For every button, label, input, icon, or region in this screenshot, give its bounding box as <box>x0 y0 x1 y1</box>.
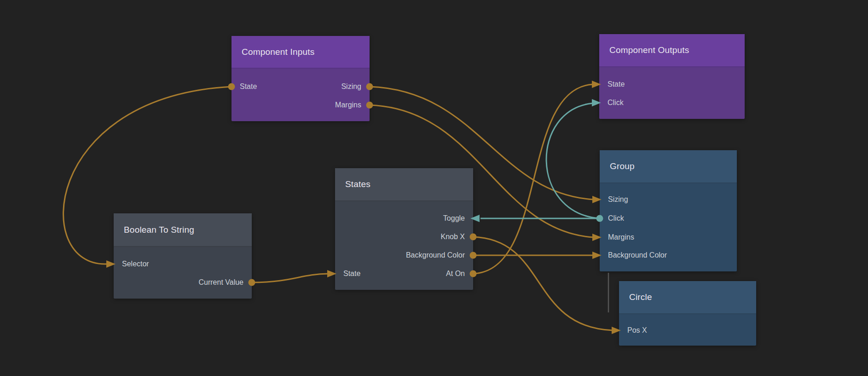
port-label: Sizing <box>341 82 361 90</box>
node-title: Component Inputs <box>231 47 314 57</box>
port-group-background-color[interactable]: Background Color <box>600 250 667 261</box>
port-label: Toggle <box>443 214 465 222</box>
port-states-state[interactable]: State <box>335 268 360 279</box>
node-title: Circle <box>619 292 652 302</box>
port-component-outputs-state[interactable]: State <box>599 79 625 90</box>
port-label: Click <box>608 214 624 222</box>
port-boolean-to-string-current-value[interactable]: Current Value <box>198 277 252 288</box>
port-label: Click <box>608 99 624 106</box>
port-component-inputs-sizing[interactable]: Sizing <box>341 81 370 92</box>
port-label: Knob X <box>441 233 465 241</box>
node-header[interactable]: Group <box>600 150 737 183</box>
port-label: Margins <box>335 101 361 109</box>
node-component-outputs[interactable]: Component OutputsStateClick <box>599 34 745 119</box>
port-group-sizing[interactable]: Sizing <box>600 194 628 205</box>
port-group-click[interactable]: Click <box>600 213 624 224</box>
port-states-knob-x[interactable]: Knob X <box>441 231 473 242</box>
node-states[interactable]: StatesToggleKnob XBackground ColorAt OnS… <box>335 168 473 290</box>
port-label: State <box>240 82 257 90</box>
port-label: At On <box>446 270 465 277</box>
port-label: Sizing <box>608 195 628 203</box>
port-label: Current Value <box>198 278 243 286</box>
port-group-margins[interactable]: Margins <box>600 232 634 243</box>
node-title: Boolean To String <box>114 225 194 235</box>
port-component-outputs-click[interactable]: Click <box>599 97 624 108</box>
port-label: Background Color <box>608 251 667 259</box>
node-header[interactable]: Component Outputs <box>599 34 745 67</box>
port-states-toggle[interactable]: Toggle <box>443 213 473 224</box>
node-title: Component Outputs <box>599 45 689 55</box>
node-header[interactable]: Boolean To String <box>114 213 252 247</box>
node-circle[interactable]: CirclePos X <box>619 281 756 346</box>
connection-group-click-to-component-outputs-click[interactable] <box>546 103 600 218</box>
node-title: States <box>335 179 370 189</box>
port-boolean-to-string-selector[interactable]: Selector <box>114 258 149 270</box>
connection-boolean-to-string-current-value-to-states-state[interactable] <box>252 274 329 282</box>
port-label: State <box>608 80 625 88</box>
connection-states-knob-x-to-circle-pos-x[interactable] <box>473 237 613 330</box>
port-component-inputs-state[interactable]: State <box>231 81 257 92</box>
node-boolean-to-string[interactable]: Boolean To StringSelectorCurrent Value <box>114 213 252 299</box>
port-label: State <box>343 270 360 277</box>
node-editor-canvas[interactable]: Component InputsStateSizingMarginsCompon… <box>0 0 868 376</box>
port-label: Pos X <box>627 326 647 334</box>
port-label: Background Color <box>406 251 465 259</box>
connection-states-at-on-to-component-outputs-state[interactable] <box>473 84 593 274</box>
node-title: Group <box>600 161 635 171</box>
node-header[interactable]: States <box>335 168 473 201</box>
port-label: Margins <box>608 233 634 241</box>
port-states-background-color[interactable]: Background Color <box>406 250 473 261</box>
port-label: Selector <box>122 260 149 268</box>
node-group[interactable]: GroupSizingClickMarginsBackground Color <box>600 150 737 271</box>
node-header[interactable]: Circle <box>619 281 756 314</box>
node-header[interactable]: Component Inputs <box>231 36 370 69</box>
port-component-inputs-margins[interactable]: Margins <box>335 100 370 111</box>
port-circle-pos-x[interactable]: Pos X <box>619 325 647 336</box>
port-states-at-on[interactable]: At On <box>446 268 473 279</box>
node-component-inputs[interactable]: Component InputsStateSizingMargins <box>231 36 370 121</box>
